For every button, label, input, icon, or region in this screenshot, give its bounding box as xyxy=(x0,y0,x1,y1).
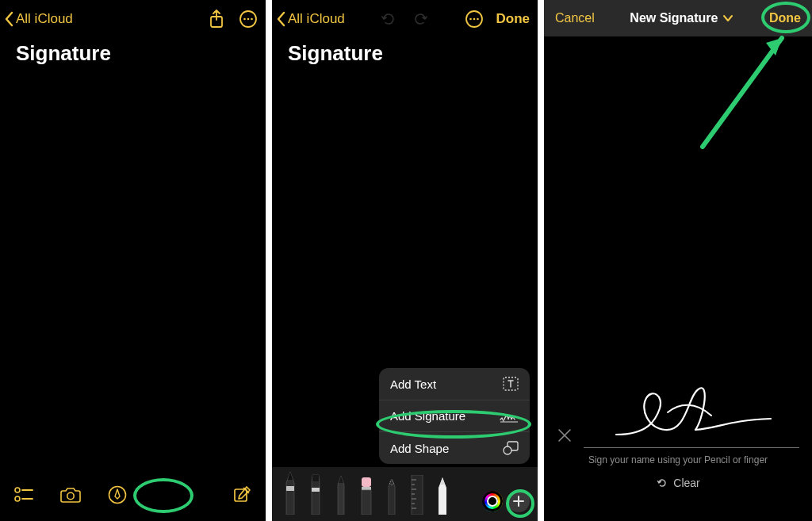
back-button[interactable]: All iCloud xyxy=(5,11,73,27)
svg-point-3 xyxy=(247,18,250,21)
tool-ruler[interactable] xyxy=(407,475,427,515)
signature-icon xyxy=(500,410,519,423)
note-title: Signature xyxy=(272,32,538,66)
shape-icon xyxy=(503,441,519,455)
undo-arrow-icon xyxy=(656,477,668,489)
tool-crayon[interactable] xyxy=(432,477,453,515)
cancel-button[interactable]: Cancel xyxy=(555,11,595,25)
tool-eraser[interactable] xyxy=(356,477,377,515)
menu-item-add-text[interactable]: Add Text xyxy=(379,368,530,400)
svg-point-5 xyxy=(15,488,20,492)
color-picker-button[interactable] xyxy=(482,491,503,511)
share-button[interactable] xyxy=(209,10,224,29)
signature-hint: Sign your name using your Pencil or fing… xyxy=(557,454,799,465)
signature-title-dropdown[interactable]: New Signature xyxy=(630,11,733,25)
toolbar-bottom xyxy=(0,469,266,521)
markup-toolbar xyxy=(272,467,538,521)
svg-rect-22 xyxy=(312,488,320,492)
svg-point-14 xyxy=(473,18,475,21)
tool-pencil[interactable] xyxy=(331,475,351,515)
annotation-arrow xyxy=(695,24,798,151)
compose-icon xyxy=(232,485,251,504)
more-button[interactable] xyxy=(465,10,484,29)
menu-item-label: Add Text xyxy=(390,377,436,391)
svg-line-35 xyxy=(703,38,782,147)
tool-marker[interactable] xyxy=(305,473,326,515)
ruler-tool-icon xyxy=(409,475,425,515)
back-label: All iCloud xyxy=(288,11,345,27)
back-label: All iCloud xyxy=(16,11,73,27)
clear-label: Clear xyxy=(673,477,699,489)
undo-button[interactable] xyxy=(380,10,397,28)
chevron-down-icon xyxy=(722,14,733,22)
add-button[interactable] xyxy=(508,490,530,512)
svg-rect-20 xyxy=(286,486,294,491)
undo-icon xyxy=(380,10,397,28)
ellipsis-circle-icon xyxy=(465,10,484,29)
pen-tool-icon xyxy=(281,470,300,515)
markup-button[interactable] xyxy=(108,485,127,504)
redo-icon xyxy=(412,10,429,28)
signature-area: Sign your name using your Pencil or fing… xyxy=(544,380,812,489)
camera-icon xyxy=(60,486,81,504)
marker-tool-icon xyxy=(306,473,325,515)
note-title: Signature xyxy=(0,32,266,66)
panel-new-signature: Cancel New Signature Done xyxy=(544,0,812,521)
camera-button[interactable] xyxy=(60,486,81,504)
svg-rect-24 xyxy=(362,487,371,490)
menu-item-add-signature[interactable]: Add Signature xyxy=(379,400,530,431)
tool-pen[interactable] xyxy=(280,470,301,515)
more-button[interactable] xyxy=(239,10,258,29)
svg-point-15 xyxy=(477,18,479,21)
plus-icon xyxy=(512,495,525,508)
checklist-button[interactable] xyxy=(14,486,33,504)
done-button[interactable]: Done xyxy=(769,11,801,25)
compose-button[interactable] xyxy=(232,485,251,504)
share-icon xyxy=(209,10,224,29)
panel-markup-mode: All iCloud Done Signatur xyxy=(272,0,538,521)
toolbar-top: Cancel New Signature Done xyxy=(544,0,812,36)
done-button[interactable]: Done xyxy=(496,11,530,27)
crayon-tool-icon xyxy=(433,477,452,515)
redo-button[interactable] xyxy=(412,10,429,28)
svg-point-4 xyxy=(251,18,253,21)
chevron-left-icon xyxy=(277,11,286,27)
checklist-icon xyxy=(14,486,33,504)
menu-item-label: Add Shape xyxy=(390,442,449,455)
svg-point-13 xyxy=(469,18,472,21)
toolbar-top: All iCloud Done xyxy=(272,0,538,32)
svg-rect-23 xyxy=(362,477,371,487)
eraser-tool-icon xyxy=(357,477,376,515)
menu-item-add-shape[interactable]: Add Shape xyxy=(379,431,530,464)
text-box-icon xyxy=(503,377,519,391)
panel-notes-view: All iCloud Signature xyxy=(0,0,266,521)
add-menu: Add Text Add Signature Add Shape xyxy=(379,368,530,464)
signature-title-label: New Signature xyxy=(630,11,718,25)
signature-canvas[interactable] xyxy=(584,380,799,448)
x-icon xyxy=(557,427,573,443)
pencil-tool-icon xyxy=(331,475,350,515)
svg-marker-36 xyxy=(766,38,782,56)
svg-point-9 xyxy=(67,492,74,499)
svg-point-7 xyxy=(15,496,20,501)
lasso-tool-icon xyxy=(382,478,401,515)
svg-point-2 xyxy=(243,18,246,21)
menu-item-label: Add Signature xyxy=(390,409,465,423)
back-button[interactable]: All iCloud xyxy=(277,11,345,27)
svg-rect-21 xyxy=(312,475,319,481)
toolbar-top: All iCloud xyxy=(0,0,266,32)
tool-lasso[interactable] xyxy=(381,478,402,515)
ellipsis-circle-icon xyxy=(239,10,258,29)
clear-button[interactable]: Clear xyxy=(557,477,799,489)
signature-drawing xyxy=(608,381,775,447)
svg-rect-25 xyxy=(362,490,371,515)
clear-signature-x[interactable] xyxy=(557,427,573,448)
chevron-left-icon xyxy=(5,11,14,27)
markup-pen-icon xyxy=(108,485,127,504)
svg-point-19 xyxy=(504,446,511,454)
